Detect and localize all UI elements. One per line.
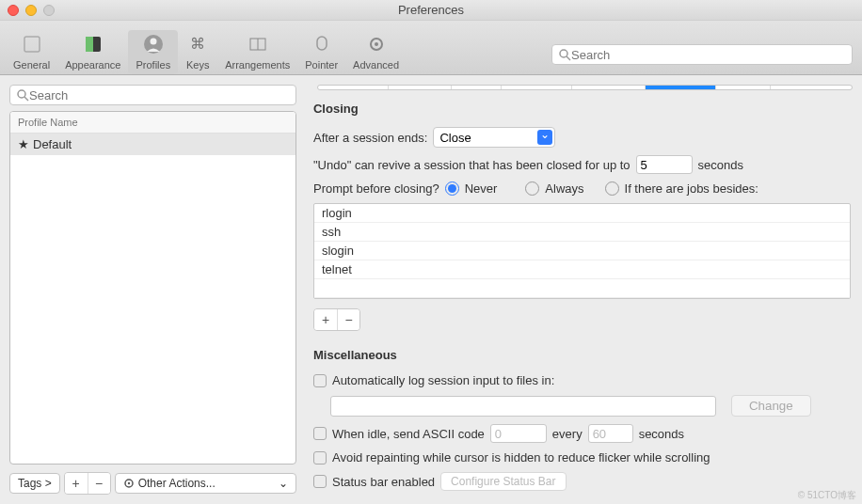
list-item[interactable]: rlogin <box>314 204 850 223</box>
change-button[interactable]: Change <box>731 395 811 417</box>
jobs-list[interactable]: rlogin ssh slogin telnet <box>313 203 851 299</box>
watermark: © 51CTO博客 <box>798 489 856 502</box>
other-actions-button[interactable]: Other Actions... ⌄ <box>115 473 296 494</box>
star-icon: ★ <box>18 137 29 151</box>
auto-log-label: Automatically log session input to files… <box>332 373 554 387</box>
profile-search-input[interactable] <box>29 88 290 102</box>
auto-log-checkbox[interactable] <box>313 374 327 387</box>
avoid-repaint-checkbox[interactable] <box>313 451 327 465</box>
toolbar-search <box>551 44 853 65</box>
prompt-never-radio[interactable] <box>445 181 459 196</box>
search-icon <box>558 48 571 61</box>
toolbar-pointer[interactable]: Pointer <box>297 30 345 74</box>
toolbar-search-input[interactable] <box>571 48 846 62</box>
svg-rect-0 <box>24 37 40 52</box>
list-item[interactable]: ssh <box>314 223 850 242</box>
idle-checkbox[interactable] <box>313 427 327 440</box>
toolbar-arrangements[interactable]: Arrangements <box>217 30 297 74</box>
appearance-icon <box>81 32 105 56</box>
main-toolbar: General Appearance Profiles ⌘Keys Arrang… <box>0 21 862 75</box>
add-job-button[interactable]: + <box>314 309 337 330</box>
svg-rect-8 <box>317 37 327 50</box>
general-icon <box>20 32 44 56</box>
profiles-icon <box>141 32 166 56</box>
chevron-down-icon: ⌄ <box>279 477 288 490</box>
undo-seconds-input[interactable] <box>636 155 693 174</box>
titlebar: Preferences <box>0 0 862 21</box>
tab-session[interactable]: Session <box>646 86 716 90</box>
toolbar-keys[interactable]: ⌘Keys <box>178 30 217 74</box>
search-icon <box>16 88 29 102</box>
prompt-label: Prompt before closing? <box>313 181 439 196</box>
tab-colors[interactable]: Colors <box>389 86 452 90</box>
profile-item-default[interactable]: ★ Default <box>10 134 295 155</box>
svg-point-13 <box>18 90 25 98</box>
status-bar-checkbox[interactable] <box>313 475 327 488</box>
svg-point-16 <box>128 482 130 484</box>
closing-title: Closing <box>313 102 853 116</box>
keys-icon: ⌘ <box>185 32 210 56</box>
svg-line-14 <box>24 97 28 101</box>
profile-tabs: General Colors Text Window Terminal Sess… <box>317 85 853 90</box>
svg-point-11 <box>560 50 567 57</box>
profile-column-header: Profile Name <box>10 112 295 134</box>
log-path-input[interactable] <box>330 396 716 417</box>
remove-job-button[interactable]: − <box>337 309 359 330</box>
tags-button[interactable]: Tags > <box>9 473 60 494</box>
svg-point-4 <box>150 39 156 45</box>
window-title: Preferences <box>0 3 862 17</box>
gear-icon <box>123 478 135 489</box>
undo-text-prefix: "Undo" can revive a session that has bee… <box>313 158 631 172</box>
remove-profile-button[interactable]: − <box>88 473 110 494</box>
toolbar-appearance[interactable]: Appearance <box>57 30 128 74</box>
configure-status-bar-button[interactable]: Configure Status Bar <box>440 472 566 491</box>
profile-name: Default <box>33 137 72 151</box>
tab-keys[interactable]: Keys <box>716 86 771 90</box>
svg-point-10 <box>375 42 378 46</box>
list-item[interactable]: slogin <box>314 242 850 260</box>
after-ends-label: After a session ends: <box>313 131 427 145</box>
list-item-empty <box>314 279 850 298</box>
svg-text:⌘: ⌘ <box>190 36 205 52</box>
after-ends-select[interactable]: Close <box>433 127 555 148</box>
undo-text-suffix: seconds <box>698 158 743 172</box>
prompt-always-radio[interactable] <box>525 181 539 196</box>
svg-line-12 <box>567 56 570 60</box>
svg-rect-2 <box>86 37 93 52</box>
pointer-icon <box>310 32 334 56</box>
add-profile-button[interactable]: + <box>65 473 88 494</box>
tab-window[interactable]: Window <box>502 86 572 90</box>
misc-title: Miscellaneous <box>313 348 853 362</box>
gear-icon <box>364 32 389 56</box>
tab-advanced[interactable]: Advanced <box>771 86 852 90</box>
tab-text[interactable]: Text <box>452 86 502 90</box>
prompt-jobs-radio[interactable] <box>605 181 619 196</box>
settings-panel: General Colors Text Window Terminal Sess… <box>311 85 853 495</box>
arrangements-icon <box>246 32 270 56</box>
list-item[interactable]: telnet <box>314 260 850 279</box>
toolbar-profiles[interactable]: Profiles <box>128 30 178 74</box>
toolbar-advanced[interactable]: Advanced <box>345 30 407 74</box>
profiles-sidebar: Profile Name ★ Default Tags > + − Other … <box>9 85 296 495</box>
toolbar-general[interactable]: General <box>6 30 57 74</box>
tab-terminal[interactable]: Terminal <box>572 86 646 90</box>
idle-seconds-input[interactable] <box>588 424 633 443</box>
tab-general[interactable]: General <box>318 86 389 90</box>
idle-code-input[interactable] <box>490 424 547 443</box>
